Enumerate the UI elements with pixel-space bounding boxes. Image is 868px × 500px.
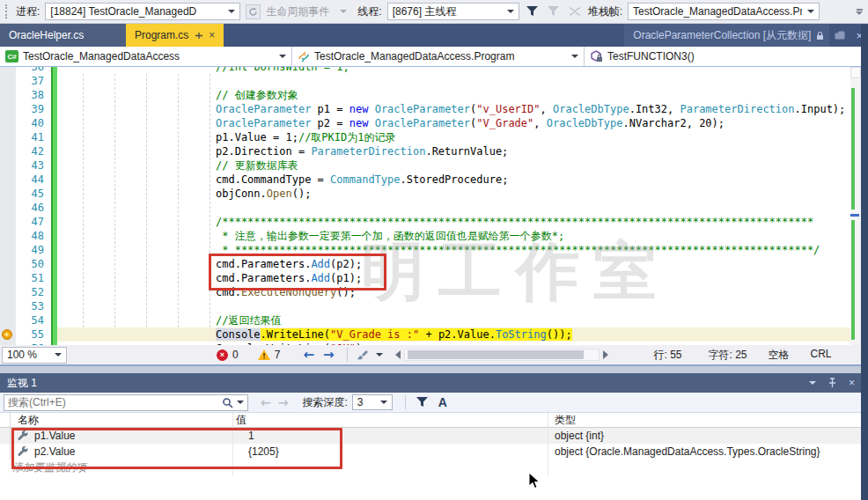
code-text[interactable]: // 更新数据库表 [57, 158, 868, 173]
hscroll-left-arrow[interactable] [395, 350, 401, 359]
breakpoint-margin[interactable] [0, 215, 16, 229]
breakpoint-margin[interactable] [0, 285, 16, 299]
breakpoint-margin[interactable] [0, 158, 16, 173]
pin-icon[interactable] [195, 31, 202, 40]
code-line-41[interactable]: 41p1.Value = 1;//取PKID为1的记录 [0, 130, 868, 144]
pin-window-button[interactable] [822, 378, 842, 388]
breakpoint-margin[interactable] [0, 313, 16, 327]
tab-oraclehelper[interactable]: OracleHelper.cs [0, 24, 126, 47]
stackframe-dropdown[interactable]: TestOracle_ManagedDataAccess.Prog [628, 3, 820, 20]
hscroll-right-arrow[interactable] [603, 350, 608, 359]
breakpoint-margin[interactable] [0, 257, 16, 271]
promote-tab-icon[interactable] [829, 24, 850, 47]
lifecycle-chevron-icon[interactable] [340, 10, 347, 13]
code-text[interactable]: /***************************************… [57, 215, 868, 229]
breakpoint-margin[interactable] [0, 299, 16, 313]
code-line-55[interactable]: 55Console.WriteLine("V_Grade is :" + p2.… [0, 327, 868, 342]
code-line-43[interactable]: 43// 更新数据库表 [0, 158, 868, 173]
column-header-value[interactable]: 值 [232, 413, 548, 428]
format-brush-button[interactable] [357, 349, 383, 361]
space-indicator[interactable]: 空格 [769, 348, 811, 363]
breakpoint-margin[interactable] [0, 201, 16, 215]
code-line-36[interactable]: 36//int bornsWidth = 1; [0, 67, 868, 74]
code-text[interactable]: objConn.Open(); [57, 187, 868, 201]
toolbar-overflow-button[interactable] [856, 9, 864, 15]
code-text[interactable]: Console.WriteLine("V_Grade is :" + p2.Va… [57, 327, 868, 342]
code-line-42[interactable]: 42p2.Direction = ParameterDirection.Retu… [0, 144, 868, 158]
code-text[interactable]: cmd.CommandType = CommandType.StoredProc… [57, 173, 868, 187]
code-text[interactable]: * **************************************… [57, 243, 868, 257]
code-line-52[interactable]: 52cmd.ExecuteNonQuery(); [0, 285, 868, 299]
code-line-37[interactable]: 37 [0, 74, 868, 88]
toolbar-drag-handle[interactable] [5, 4, 9, 18]
breakpoint-margin[interactable] [0, 342, 16, 345]
error-count[interactable]: 0 [232, 349, 239, 361]
code-line-53[interactable]: 53 [0, 299, 868, 313]
code-editor[interactable]: 36//int bornsWidth = 1;3738// 创建参数对象39Or… [0, 67, 868, 345]
member-dropdown[interactable]: TestFUNCTION3() [585, 47, 868, 66]
code-text[interactable]: OracleParameter p1 = new OracleParameter… [57, 102, 868, 116]
watch-grid[interactable]: 名称 值 类型 p1.Value1object {int}p2.Value{12… [0, 413, 868, 499]
project-dropdown[interactable]: C# TestOracle_ManagedDataAccess [0, 47, 292, 66]
close-icon[interactable]: × [209, 29, 215, 41]
zoom-dropdown[interactable]: 100 % [2, 347, 67, 364]
window-splitter[interactable] [0, 364, 868, 373]
code-line-39[interactable]: 39OracleParameter p1 = new OracleParamet… [0, 102, 868, 116]
code-line-40[interactable]: 40OracleParameter p2 = new OracleParamet… [0, 116, 868, 130]
code-text[interactable]: OracleParameter p2 = new OracleParameter… [57, 116, 868, 130]
code-text[interactable]: * 注意，输出参数一定要第一个加，函数的返回值也是赋给第一个参数*; [57, 229, 868, 243]
navigate-forward-icon[interactable]: → [323, 347, 335, 363]
hscroll-thumb[interactable] [408, 350, 584, 359]
code-text[interactable]: Console.WriteLine("OK"); [57, 342, 868, 345]
breakpoint-margin[interactable] [0, 74, 16, 88]
breakpoint-margin[interactable] [0, 229, 16, 243]
code-text[interactable]: // 创建参数对象 [57, 88, 868, 102]
code-text[interactable]: //int bornsWidth = 1; [57, 67, 868, 74]
code-line-44[interactable]: 44cmd.CommandType = CommandType.StoredPr… [0, 173, 868, 187]
code-line-47[interactable]: 47/*************************************… [0, 215, 868, 229]
code-text[interactable] [57, 299, 868, 313]
tab-metadata-document[interactable]: OracleParameterCollection [从元数据] [624, 24, 829, 47]
chevron-down-icon[interactable] [237, 401, 244, 404]
code-line-38[interactable]: 38// 创建参数对象 [0, 88, 868, 102]
horizontal-scrollbar[interactable] [404, 349, 600, 361]
breakpoint-margin[interactable] [0, 271, 16, 285]
code-text[interactable]: cmd.ExecuteNonQuery(); [57, 285, 868, 299]
column-header-name[interactable]: 名称 [11, 413, 232, 428]
breakpoint-margin[interactable] [0, 130, 16, 144]
lifecycle-events-label[interactable]: 生命周期事件 [266, 4, 329, 19]
window-position-button[interactable] [798, 381, 822, 385]
code-line-51[interactable]: 51cmd.Parameters.Add(p1); [0, 271, 868, 285]
breakpoint-margin[interactable] [0, 116, 16, 130]
breakpoint-margin[interactable] [0, 243, 16, 257]
breakpoint-margin[interactable] [0, 102, 16, 116]
editor-vertical-scrollbar[interactable] [850, 67, 861, 345]
close-window-button[interactable]: × [842, 377, 861, 389]
watch-window-titlebar[interactable]: 监视 1 × [0, 373, 868, 393]
code-line-54[interactable]: 54//返回结果值 [0, 313, 868, 327]
search-icon[interactable] [222, 397, 233, 408]
code-text[interactable]: cmd.Parameters.Add(p1); [57, 271, 868, 285]
code-text[interactable]: p1.Value = 1;//取PKID为1的记录 [57, 130, 868, 144]
code-text[interactable] [57, 201, 868, 215]
thread-dropdown[interactable]: [8676] 主线程 [387, 3, 519, 20]
code-text[interactable]: p2.Direction = ParameterDirection.Return… [57, 144, 868, 158]
column-separator[interactable] [548, 413, 548, 475]
watch-filter-button[interactable] [416, 397, 428, 408]
type-dropdown[interactable]: TestOracle_ManagedDataAccess.Program [292, 47, 585, 66]
search-input[interactable] [8, 396, 222, 408]
process-dropdown[interactable]: [18824] TestOracle_ManagedD [45, 3, 240, 20]
code-line-45[interactable]: 45objConn.Open(); [0, 187, 868, 201]
breakpoint-margin[interactable] [0, 67, 16, 74]
watch-search-box[interactable] [4, 394, 248, 411]
search-depth-dropdown[interactable]: 3 [352, 394, 393, 410]
code-line-46[interactable]: 46 [0, 201, 868, 215]
breakpoint-margin[interactable] [0, 173, 16, 187]
eol-indicator[interactable]: CRL [811, 348, 832, 363]
scroll-up-button[interactable] [850, 67, 861, 78]
code-text[interactable] [57, 74, 868, 88]
breakpoint-margin[interactable] [0, 88, 16, 102]
text-format-button[interactable]: A [438, 395, 447, 409]
filter-threads-icon[interactable] [525, 4, 541, 19]
warning-count[interactable]: 7 [275, 349, 281, 361]
